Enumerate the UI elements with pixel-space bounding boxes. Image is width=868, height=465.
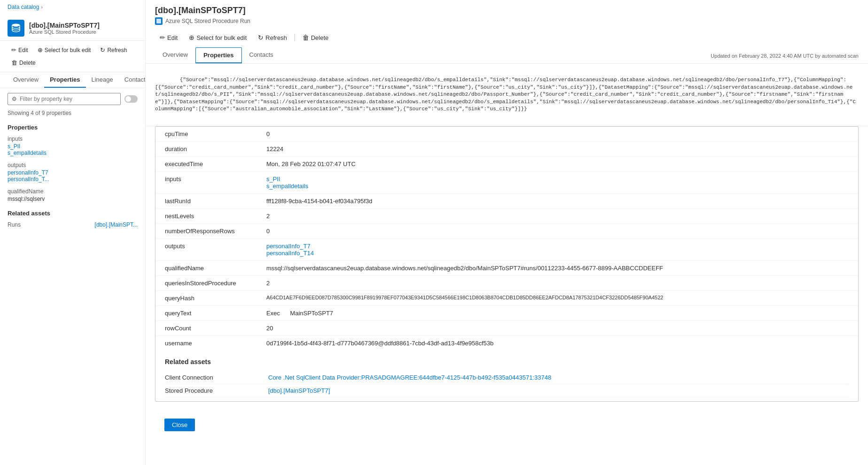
sidebar-prop-val-qualifiedname: mssql://sqlserv	[8, 196, 138, 202]
main-edit-icon: ✏	[160, 34, 165, 41]
prop-row-numresponserows: numberOfResponseRows 0	[155, 224, 858, 239]
prop-key-queries: queriesInStoredProcedure	[155, 276, 259, 290]
main-delete-button[interactable]: 🗑 Delete	[298, 31, 333, 44]
sidebar-related-section: Related assets Runs [dbo].[MainSPT...	[0, 205, 145, 231]
main-edit-button[interactable]: ✏ Edit	[155, 31, 182, 44]
prop-key-cputime: cpuTime	[155, 127, 259, 141]
sidebar-toolbar: ✏ Edit ⊕ Select for bulk edit ↻ Refresh …	[0, 41, 145, 72]
breadcrumb-label: Data catalog	[8, 4, 39, 10]
main-bulk-edit-button[interactable]: ⊕ Select for bulk edit	[184, 31, 251, 44]
main-body[interactable]: {"Source":"mssql://sqlserverdatascaneus2…	[146, 64, 868, 465]
refresh-label: Refresh	[107, 47, 127, 53]
svg-rect-1	[156, 19, 161, 23]
sidebar-prop-qualifiedname: qualifiedName mssql://sqlserv	[0, 185, 145, 205]
input-link-sempall[interactable]: s_empalldetails	[266, 183, 851, 190]
refresh-icon: ↻	[100, 46, 105, 53]
sidebar: Data catalog › [dbo].[MainSPToSPT7] Azur…	[0, 0, 146, 465]
prop-row-outputs: outputs personalInfo_T7 personalInfo_T14	[155, 239, 858, 261]
json-preview-text: {"Source":"mssql://sqlserverdatascaneus2…	[155, 77, 856, 112]
input-link-spii[interactable]: s_PII	[266, 175, 851, 183]
prop-row-duration: duration 12224	[155, 142, 858, 157]
main-delete-label: Delete	[311, 34, 329, 41]
sidebar-title-group: [dbo].[MainSPToSPT7] Azure SQL Stored Pr…	[29, 22, 100, 35]
filter-input-box[interactable]: ⚙	[8, 93, 121, 105]
prop-row-inputs: inputs s_PII s_empalldetails	[155, 172, 858, 194]
sidebar-filter-row: ⚙	[8, 93, 138, 105]
prop-val-rowcount: 20	[259, 321, 858, 335]
prop-row-cputime: cpuTime 0	[155, 127, 858, 142]
sidebar-tabs: Overview Properties Lineage Contacts Re.…	[0, 72, 145, 88]
sidebar-bulk-edit-button[interactable]: ⊕ Select for bulk edit	[34, 45, 95, 55]
prop-row-nestlevels: nestLevels 2	[155, 209, 858, 224]
prop-key-qualifiedname: qualifiedName	[155, 261, 259, 275]
sidebar-prop-key-outputs: outputs	[8, 162, 138, 168]
related-val-sp[interactable]: [dbo].[MainSPToSPT7]	[268, 387, 330, 394]
related-stored-procedure: Stored Procedure [dbo].[MainSPToSPT7]	[165, 384, 849, 397]
properties-table: cpuTime 0 duration 12224 executedTime Mo…	[155, 127, 858, 351]
prop-key-querytext: queryText	[155, 306, 259, 320]
prop-val-queries: 2	[259, 276, 858, 290]
main-tab-contacts[interactable]: Contacts	[242, 47, 281, 63]
sidebar-tab-properties[interactable]: Properties	[44, 72, 85, 88]
filter-input[interactable]	[20, 96, 116, 102]
filter-toggle[interactable]	[124, 95, 138, 103]
sidebar-prop-val-outputs-1[interactable]: personalInfo_T7	[8, 169, 138, 176]
prop-val-cputime: 0	[259, 127, 858, 141]
main-toolbar: ✏ Edit ⊕ Select for bulk edit ↻ Refresh …	[155, 29, 859, 46]
main-tabs: Overview Properties Contacts	[155, 47, 281, 63]
edit-label: Edit	[18, 47, 28, 53]
sidebar-related-val-runs[interactable]: [dbo].[MainSPT...	[95, 221, 138, 228]
main-delete-icon: 🗑	[302, 34, 309, 41]
run-icon-box	[155, 17, 163, 25]
edit-icon: ✏	[11, 46, 16, 53]
sidebar-related-title: Related assets	[8, 210, 138, 217]
main-refresh-button[interactable]: ↻ Refresh	[253, 31, 292, 44]
prop-row-executedtime: executedTime Mon, 28 Feb 2022 01:07:47 U…	[155, 157, 858, 172]
sidebar-prop-inputs: inputs s_PII s_empalldetails	[0, 133, 145, 159]
sidebar-filter: ⚙	[0, 88, 145, 110]
sidebar-asset-subtitle: Azure SQL Stored Procedure	[29, 29, 100, 35]
breadcrumb[interactable]: Data catalog ›	[0, 0, 145, 14]
sidebar-refresh-button[interactable]: ↻ Refresh	[96, 45, 131, 55]
prop-val-lastrunid: fff128f8-9cba-4154-b041-ef034a795f3d	[259, 194, 858, 208]
sidebar-prop-val-outputs-2[interactable]: personalInfo_T...	[8, 176, 138, 183]
sidebar-asset-title: [dbo].[MainSPToSPT7]	[29, 22, 100, 29]
related-assets-section: Related assets Client Connection Core .N…	[155, 351, 858, 401]
prop-row-lastrunid: lastRunId fff128f8-9cba-4154-b041-ef034a…	[155, 194, 858, 209]
main-updated-text: Updated on February 28, 2022 4:40 AM UTC…	[711, 53, 859, 63]
output-link-t7[interactable]: personalInfo_T7	[266, 243, 851, 250]
sidebar-tab-overview[interactable]: Overview	[8, 72, 44, 88]
main-subtitle-text: Azure SQL Stored Procedure Run	[165, 18, 250, 24]
close-button[interactable]: Close	[164, 419, 195, 431]
prop-val-username: 0d7199f4-1b5d-4f43-8f71-d777b0467369@ddf…	[259, 336, 858, 351]
sidebar-asset-icon	[8, 20, 24, 37]
prop-row-queries: queriesInStoredProcedure 2	[155, 276, 858, 291]
main-tab-overview[interactable]: Overview	[155, 47, 195, 63]
toggle-knob	[125, 96, 131, 102]
json-preview: {"Source":"mssql://sqlserverdatascaneus2…	[146, 64, 868, 126]
database-icon	[11, 23, 21, 33]
main-tab-properties[interactable]: Properties	[195, 47, 241, 63]
sidebar-header: [dbo].[MainSPToSPT7] Azure SQL Stored Pr…	[0, 14, 145, 41]
prop-key-queryhash: queryHash	[155, 291, 259, 305]
breadcrumb-chevron-icon: ›	[41, 5, 42, 10]
main-tabs-row: Overview Properties Contacts Updated on …	[155, 46, 859, 63]
prop-val-queryhash: A64CD1AE7F6D9EED087D785300C9981F8919978E…	[259, 291, 858, 305]
sidebar-count: Showing 4 of 9 properties	[0, 110, 145, 120]
sidebar-tab-contacts[interactable]: Contacts	[119, 72, 146, 88]
output-link-t14[interactable]: personalInfo_T14	[266, 250, 851, 257]
related-assets-title: Related assets	[165, 358, 849, 366]
main-content: [dbo].[MainSPToSPT7] Azure SQL Stored Pr…	[146, 0, 868, 465]
main-header: [dbo].[MainSPToSPT7] Azure SQL Stored Pr…	[146, 0, 868, 64]
prop-key-executedtime: executedTime	[155, 157, 259, 171]
bulk-edit-label: Select for bulk edit	[45, 47, 91, 53]
main-subtitle: Azure SQL Stored Procedure Run	[155, 17, 859, 25]
related-val-client[interactable]: Core .Net SqlClient Data Provider:PRASAD…	[268, 374, 551, 381]
sidebar-prop-val-inputs-1[interactable]: s_PII	[8, 143, 138, 150]
sidebar-tab-lineage[interactable]: Lineage	[86, 72, 119, 88]
sidebar-edit-button[interactable]: ✏ Edit	[8, 45, 32, 55]
prop-key-nestlevels: nestLevels	[155, 209, 259, 223]
sidebar-delete-button[interactable]: 🗑 Delete	[8, 57, 39, 68]
prop-key-lastrunid: lastRunId	[155, 194, 259, 208]
sidebar-prop-val-inputs-2[interactable]: s_empalldetails	[8, 150, 138, 156]
